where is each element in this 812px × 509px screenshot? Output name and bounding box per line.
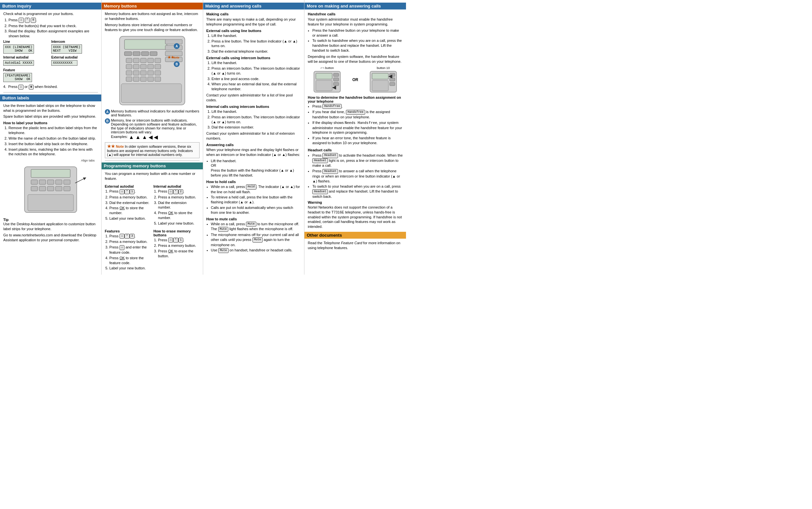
ext-line-step-1: Lift the handset. [212,33,301,38]
svg-rect-21 [133,52,140,56]
svg-text:Note: Note [173,56,179,59]
arrow-up-8: ▲ [282,153,286,157]
key-fn-ref: ⌂ [18,85,23,90]
int-ic-note: Contact your system administrator for a … [207,131,301,141]
callout-a: A Memory buttons without indicators for … [105,109,199,117]
svg-rect-54 [333,78,339,81]
svg-text:B: B [175,62,178,66]
mute-heading: How to mute calls [207,217,301,221]
display-line-label: Line [3,40,50,43]
svg-rect-11 [64,186,70,191]
memory-phone-diagram: A B ★★ Note [105,35,199,107]
button-labels-section: Use the three button label strips on the… [3,103,98,243]
column-3: Making and answering calls Making calls … [203,0,305,275]
int-autodial-steps: Press ⌂*2. Press a memory button. Dial t… [158,189,199,226]
svg-rect-43 [155,77,161,81]
features-heading: Features [105,229,151,233]
svg-rect-28 [155,58,161,63]
svg-rect-25 [133,58,139,63]
handsfree-bullet-1: Press the handsfree button on your telep… [312,28,403,38]
display-external-box: XXXXXXXXXX [51,60,77,66]
phone-diagram-svg [15,164,86,216]
button-label-right: button 10 [369,66,397,70]
hold-bullet-1: While on a call, press Hold. The indicat… [211,184,301,195]
section-header-making-calls: Making and answering calls [203,3,304,9]
svg-rect-36 [141,71,146,75]
int-step-1: Press ⌂*2. [158,189,199,194]
int-ic-step-1: Lift the handset. [212,109,301,114]
key-2-int1: 2 [178,189,183,194]
hd-bullet-3: If the display shows Needs Handsfree, yo… [312,120,403,135]
arrow-up-16: ▲ [312,179,316,183]
button-inquiry-steps: Press ⌂ * 0. Press the button(s) that yo… [8,18,98,39]
button-label-left: ⌐¬ button [313,66,341,70]
int-intercom-steps: Lift the handset. Press an intercom butt… [212,109,301,130]
mute-key-1: Mute [246,222,256,227]
handsfree-heading: Handsfree calls [308,12,403,16]
svg-rect-32 [148,64,153,69]
key-1-ext1: 1 [130,189,135,194]
answering-bullets: Lift the handset.ORPress the button with… [211,159,301,178]
display-intercom-label: Intercom [51,40,98,43]
feat-step-4: Press OK to store the feature code. [109,256,151,266]
svg-rect-52 [316,73,332,79]
page: Button inquiry Check what is programmed … [0,0,406,275]
how-determine-heading: How to determine the handsfree button as… [308,96,403,103]
hold-bullet-3: Calls are put on hold automatically when… [211,205,301,215]
memory-buttons-intro: Memory buttons are buttons not assigned … [105,11,199,32]
mute-bullets: While on a call, press Mute to turn the … [211,222,301,253]
ext-step-4: Press OK to store the number. [109,206,151,215]
svg-rect-35 [133,71,139,75]
ext-step-3: Dial the external number. [109,200,151,205]
svg-rect-38 [155,71,161,75]
memory-phone-svg: A B ★★ Note [118,35,186,107]
ext-intercom-heading: External calls using intercom buttons [207,56,301,60]
int-autodial-heading: Internal autodial [153,184,199,188]
svg-rect-59 [372,73,389,79]
handsfree-bullets: Press the handsfree button on your telep… [312,28,403,53]
step-3: Read the display. Button assignment exam… [8,29,98,39]
phone-diagram-area: Align tabs [3,159,98,216]
erase-step-1: Press ⌂*1. [158,238,199,243]
section-title-programming: Programming memory buttons [104,164,166,168]
key-fn-erase1: ⌂ [168,238,173,243]
button-labels-p2: Spare button label strips are provided w… [3,114,98,119]
hs-bullet-3: To switch to your headset when you are o… [312,184,403,199]
hs-bullet-1: Press Headset to activate the headset mo… [312,153,403,168]
int-step-2: Press a memory button. [158,195,199,200]
svg-rect-56 [316,80,332,91]
svg-rect-29 [126,64,132,69]
svg-rect-17 [165,45,182,50]
ext-autodial-steps: Press ⌂*1. Press a memory button. Dial t… [109,189,151,221]
display-internal-label: Internal autodial [3,56,50,59]
ext-ic-step-1: Lift the handset. [212,61,301,65]
display-external-label: External autodial [51,56,98,59]
arrow-up-1: ▲ [284,39,288,43]
headset-bullets: Press Headset to activate the headset mo… [312,153,403,199]
other-docs-header: Other documents [304,232,406,239]
display-external: External autodial XXXXXXXXXX [51,56,98,66]
key-star-ext1: * [124,189,130,194]
arrow-up-7: ▲ [273,153,276,157]
mute-bullet-3: Use Mute on handset, handsfree or headse… [211,248,301,253]
section-title-more-calls: More on making and answering calls [307,4,381,8]
other-docs-title: Other documents [307,233,342,238]
svg-rect-44 [121,84,182,103]
tip-p1: Use the Desktop Assistant application to… [3,222,98,232]
svg-rect-39 [126,77,132,81]
ext-autodial-heading: External autodial [105,184,151,188]
display-intercom-box: XXXX (SETNAME)NEXT VIEW [51,44,82,54]
display-feature: Feature (FEATURENAME) SHOW OK [3,68,98,83]
svg-rect-7 [31,186,38,191]
svg-rect-23 [150,52,157,56]
section-title-memory-buttons: Memory buttons [104,4,137,8]
svg-rect-55 [333,82,339,86]
how-determine-bullets: Press Handsfree. If you hear dial tone, … [312,104,403,145]
handsfree-bullet-2: To switch to handsfree when you are on a… [312,38,403,53]
feat-step-1: Press ⌂*3. [109,234,151,239]
answering-p: When your telephone rings and the displa… [207,147,301,157]
hd-bullet-1: Press Handsfree. [312,104,403,109]
making-calls-p: There are many ways to make a call, depe… [207,17,301,27]
key-fn-feat3: ⌂ [119,245,124,250]
svg-rect-4 [47,180,54,184]
